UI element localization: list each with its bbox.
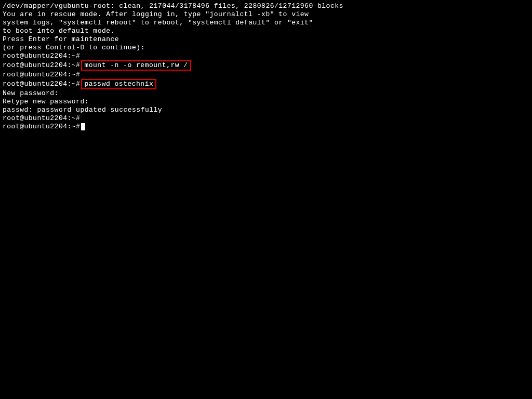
terminal-current-prompt[interactable]: root@ubuntu2204:~# (3, 123, 529, 131)
terminal-prompt: root@ubuntu2204:~# (3, 71, 529, 79)
terminal-line: /dev/mapper/vgubuntu-root: clean, 217044… (3, 2, 529, 10)
terminal-prompt: root@ubuntu2204:~# (3, 52, 529, 60)
terminal-prompt: root@ubuntu2204:~# (3, 61, 80, 70)
terminal-line: Retype new password: (3, 98, 529, 106)
terminal-prompt: root@ubuntu2204:~# (3, 123, 80, 131)
terminal-line: to boot into default mode. (3, 27, 529, 35)
terminal-command-line: root@ubuntu2204:~# mount -n -o remount,r… (3, 60, 529, 71)
terminal-line: (or press Control-D to continue): (3, 44, 529, 52)
terminal-command-line: root@ubuntu2204:~# passwd ostechnix (3, 79, 529, 89)
highlighted-command-mount: mount -n -o remount,rw / (81, 60, 191, 71)
terminal-line: You are in rescue mode. After logging in… (3, 10, 529, 19)
terminal-line: passwd: password updated successfully (3, 106, 529, 114)
highlighted-command-passwd: passwd ostechnix (81, 79, 156, 89)
terminal-prompt: root@ubuntu2204:~# (3, 80, 80, 88)
terminal-line: Press Enter for maintenance (3, 35, 529, 44)
terminal-line: New password: (3, 89, 529, 98)
terminal-prompt: root@ubuntu2204:~# (3, 114, 529, 123)
terminal-cursor (81, 123, 85, 130)
terminal-line: system logs, "systemctl reboot" to reboo… (3, 19, 529, 27)
